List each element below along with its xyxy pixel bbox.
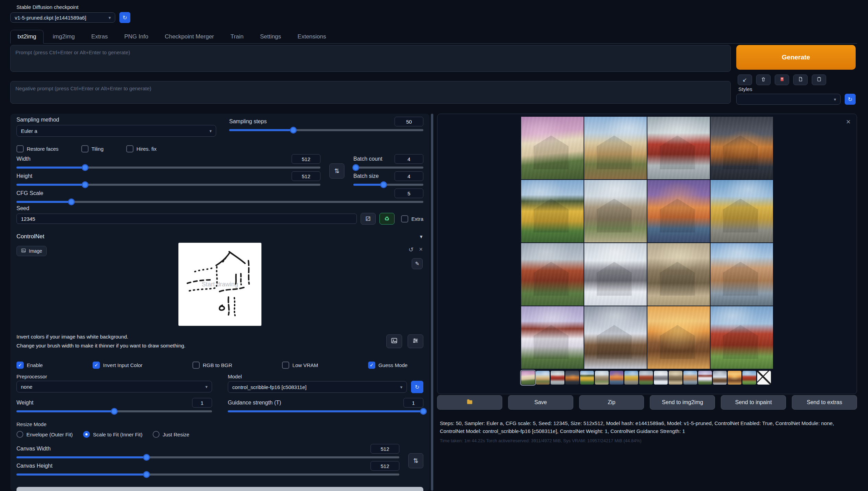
height-slider[interactable] bbox=[16, 182, 320, 188]
save-style-button[interactable] bbox=[812, 75, 826, 85]
model-select[interactable]: control_scribble-fp16 [c508311e] ▾ bbox=[228, 381, 407, 393]
batch-size-slider[interactable] bbox=[353, 182, 423, 188]
save-button[interactable]: Save bbox=[508, 395, 573, 410]
canvas-width-slider[interactable] bbox=[16, 454, 399, 460]
gallery-image-9[interactable] bbox=[521, 243, 584, 306]
batch-count-input[interactable]: 4 bbox=[395, 154, 423, 164]
gallery-image-1[interactable] bbox=[521, 117, 584, 179]
gallery-image-16[interactable] bbox=[711, 306, 773, 369]
preprocessor-select[interactable]: none ▾ bbox=[16, 381, 212, 392]
checkbox-guess-mode[interactable]: ✓Guess Mode bbox=[368, 362, 408, 369]
gallery-thumb-15[interactable] bbox=[728, 371, 741, 385]
sampling-steps-input[interactable]: 50 bbox=[395, 117, 423, 126]
slider-track[interactable] bbox=[16, 201, 423, 203]
gallery-thumb-2[interactable] bbox=[536, 371, 550, 385]
radio-just-resize[interactable]: Just Resize bbox=[153, 431, 189, 438]
gallery-thumb-1[interactable] bbox=[521, 371, 535, 385]
canvas-height-input[interactable]: 512 bbox=[371, 461, 399, 471]
guidance-strength-slider[interactable] bbox=[228, 408, 423, 414]
controlnet-drawing-canvas[interactable]: Start drawing bbox=[178, 243, 261, 326]
swap-canvas-dimensions-button[interactable]: ⇅ bbox=[408, 453, 423, 468]
gallery-thumb-6[interactable] bbox=[595, 371, 609, 385]
canvas-width-input[interactable]: 512 bbox=[371, 444, 399, 454]
gallery-image-10[interactable] bbox=[584, 243, 647, 306]
clear-prompt-button[interactable] bbox=[756, 75, 771, 85]
checkbox-restore-faces[interactable]: Restore faces bbox=[16, 145, 59, 152]
gallery-thumb-8[interactable] bbox=[624, 371, 638, 385]
gallery-image-4[interactable] bbox=[711, 117, 773, 179]
checkbox-invert-input-color[interactable]: ✓Invert Input Color bbox=[93, 362, 142, 369]
controlnet-accordion-header[interactable]: ControlNet ▼ bbox=[16, 233, 423, 240]
guidance-strength-input[interactable]: 1 bbox=[403, 398, 423, 408]
random-seed-button[interactable]: ⚂ bbox=[361, 213, 376, 225]
gallery-image-13[interactable] bbox=[521, 306, 584, 369]
gallery-thumb-4[interactable] bbox=[565, 371, 579, 385]
checkbox-enable[interactable]: ✓Enable bbox=[16, 362, 43, 369]
left-panel-scrollbar[interactable] bbox=[431, 114, 433, 491]
gallery-thumb-7[interactable] bbox=[610, 371, 623, 385]
slider-thumb[interactable] bbox=[82, 164, 89, 171]
gallery-image-3[interactable] bbox=[647, 117, 710, 179]
open-folder-button[interactable] bbox=[437, 395, 502, 410]
gallery-image-8[interactable] bbox=[711, 180, 773, 242]
gallery-thumb-11[interactable] bbox=[669, 371, 682, 385]
tab-png-info[interactable]: PNG Info bbox=[117, 30, 155, 44]
zip-button[interactable]: Zip bbox=[579, 395, 644, 410]
batch-size-input[interactable]: 4 bbox=[395, 171, 423, 181]
slider-thumb[interactable] bbox=[68, 198, 75, 205]
tab-extras[interactable]: Extras bbox=[84, 30, 115, 44]
slider-thumb[interactable] bbox=[420, 408, 427, 415]
gallery-image-14[interactable] bbox=[584, 306, 647, 369]
open-image-button[interactable] bbox=[386, 334, 402, 348]
width-slider[interactable] bbox=[16, 164, 320, 171]
batch-count-slider[interactable] bbox=[353, 164, 423, 171]
send-to-extras-button[interactable]: Send to extras bbox=[792, 395, 857, 410]
canvas-settings-button[interactable] bbox=[408, 334, 423, 348]
styles-refresh-button[interactable]: ↻ bbox=[845, 94, 856, 105]
gallery-thumb-16[interactable] bbox=[742, 371, 756, 385]
slider-thumb[interactable] bbox=[143, 454, 150, 461]
cfg-scale-slider[interactable] bbox=[16, 199, 423, 205]
weight-input[interactable]: 1 bbox=[192, 398, 212, 408]
gallery-thumb-17[interactable] bbox=[757, 371, 771, 385]
checkbox-low-vram[interactable]: Low VRAM bbox=[282, 362, 318, 369]
tab-settings[interactable]: Settings bbox=[253, 30, 288, 44]
tab-img2img[interactable]: img2img bbox=[46, 30, 82, 44]
gallery-image-2[interactable] bbox=[584, 117, 647, 179]
reuse-seed-button[interactable]: ♻ bbox=[379, 213, 395, 225]
prompt-input[interactable] bbox=[10, 45, 731, 72]
gallery-thumb-3[interactable] bbox=[551, 371, 564, 385]
radio-envelope-outer-fit[interactable]: Envelope (Outer Fit) bbox=[16, 431, 73, 438]
extra-networks-button[interactable] bbox=[775, 75, 789, 85]
gallery-image-12[interactable] bbox=[711, 243, 773, 306]
send-to-inpaint-button[interactable]: Send to inpaint bbox=[721, 395, 786, 410]
gallery-thumb-9[interactable] bbox=[639, 371, 653, 385]
gallery-thumb-12[interactable] bbox=[683, 371, 697, 385]
height-input[interactable]: 512 bbox=[292, 171, 320, 181]
width-input[interactable]: 512 bbox=[292, 154, 320, 164]
checkbox-hires-fix[interactable]: Hires. fix bbox=[126, 145, 156, 152]
slider-thumb[interactable] bbox=[143, 471, 150, 478]
checkbox-rgb-to-bgr[interactable]: RGB to BGR bbox=[192, 362, 232, 369]
tab-checkpoint-merger[interactable]: Checkpoint Merger bbox=[157, 30, 221, 44]
tab-train[interactable]: Train bbox=[223, 30, 251, 44]
gallery-image-15[interactable] bbox=[647, 306, 710, 369]
gallery-thumb-13[interactable] bbox=[698, 371, 712, 385]
slider-thumb[interactable] bbox=[111, 408, 118, 415]
gallery-thumb-5[interactable] bbox=[580, 371, 594, 385]
canvas-height-slider[interactable] bbox=[16, 471, 399, 478]
styles-select[interactable]: ▾ bbox=[736, 94, 841, 105]
tab-extensions[interactable]: Extensions bbox=[290, 30, 333, 44]
remove-image-icon[interactable]: × bbox=[419, 246, 423, 253]
weight-slider[interactable] bbox=[16, 408, 212, 414]
gallery-thumb-10[interactable] bbox=[654, 371, 668, 385]
gallery-image-11[interactable] bbox=[647, 243, 710, 306]
negative-prompt-input[interactable] bbox=[10, 81, 731, 104]
brush-button[interactable]: ✎ bbox=[412, 258, 423, 269]
generate-button[interactable]: Generate bbox=[736, 45, 856, 70]
checkpoint-select[interactable]: v1-5-pruned.ckpt [e1441589a6] ▾ bbox=[10, 12, 115, 23]
controlnet-image-tab[interactable]: Image bbox=[16, 246, 47, 256]
tab-txt2img[interactable]: txt2img bbox=[10, 30, 44, 44]
undo-icon[interactable]: ↺ bbox=[408, 246, 413, 253]
cfg-scale-input[interactable]: 5 bbox=[395, 189, 423, 198]
